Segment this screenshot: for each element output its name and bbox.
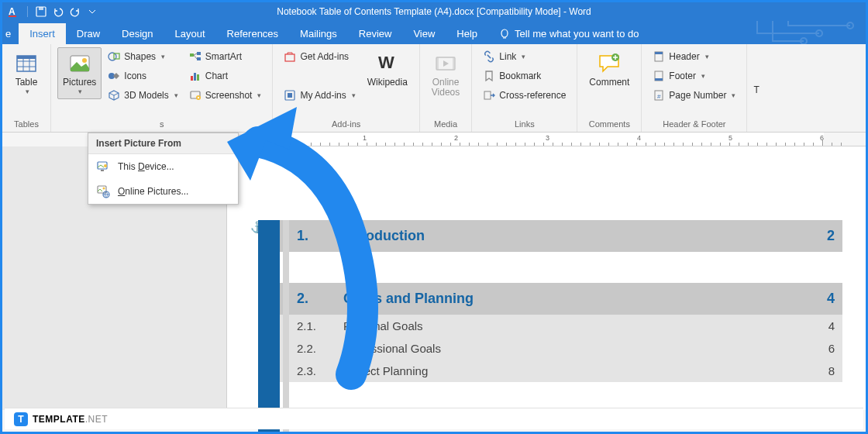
get-addins-button[interactable]: Get Add-ins (279, 47, 360, 66)
ribbon-tabs: e Insert Draw Design Layout References M… (2, 21, 866, 44)
screenshot-icon (189, 89, 202, 102)
this-device-item[interactable]: This Device... (88, 154, 238, 179)
indent-marker-icon[interactable] (269, 134, 280, 145)
horizontal-ruler[interactable]: 123456 (227, 133, 866, 146)
svg-rect-20 (190, 53, 194, 57)
tab-references[interactable]: References (216, 23, 289, 44)
tab-insert[interactable]: Insert (19, 23, 66, 44)
svg-text:#: # (657, 93, 661, 100)
qa-more-icon[interactable] (85, 5, 99, 19)
svg-point-48 (103, 188, 105, 190)
svg-rect-21 (197, 52, 201, 55)
tab-review[interactable]: Review (348, 23, 403, 44)
group-label-comments: Comments (584, 118, 635, 132)
tell-me-search[interactable]: Tell me what you want to do (488, 23, 649, 44)
lightbulb-icon (499, 29, 510, 40)
toc-entry-introduction[interactable]: 1.Introduction2 (258, 220, 842, 252)
screenshot-button[interactable]: Screenshot▾ (184, 86, 267, 105)
font-color-icon[interactable]: A (7, 5, 21, 19)
wikipedia-icon: W (375, 51, 400, 76)
watermark-footer: T TEMPLATE.NET (5, 408, 863, 429)
pictures-dropdown: Insert Picture From This Device... Onlin… (88, 133, 239, 205)
cross-reference-button[interactable]: Cross-reference (478, 86, 570, 105)
toc-entry-goals[interactable]: 2.Goals and Planning4 (258, 283, 842, 315)
document-page[interactable]: ⚓ 1.Introduction2 2.Goals and Planning4 … (227, 146, 866, 410)
toc-accent-bar (258, 220, 280, 434)
smartart-button[interactable]: SmartArt (184, 47, 267, 66)
bookmark-icon (483, 70, 495, 82)
save-icon[interactable] (34, 5, 48, 19)
online-pictures-item[interactable]: Online Pictures... (88, 179, 238, 204)
toc-entry-project-planning[interactable]: 2.3.Project Planning8 (258, 360, 842, 382)
footer-button[interactable]: Footer▾ (648, 67, 740, 85)
chevron-down-icon: ▾ (26, 88, 29, 95)
tab-design[interactable]: Design (111, 23, 164, 44)
group-label-links: Links (478, 118, 570, 132)
svg-rect-14 (17, 56, 36, 59)
quick-access-toolbar: A Notebook Table of Contents Template (A… (2, 2, 866, 21)
footer-icon (653, 70, 665, 82)
header-button[interactable]: Header▾ (648, 47, 740, 66)
shapes-button[interactable]: Shapes▾ (103, 47, 182, 66)
comment-button[interactable]: Comment (584, 47, 635, 91)
svg-rect-35 (453, 57, 455, 70)
group-tables: Table ▾ Tables (2, 44, 51, 132)
group-header-footer: Header▾ Footer▾ # Page Number▾ Header & … (642, 44, 747, 132)
video-icon (433, 51, 458, 76)
tab-layout[interactable]: Layout (164, 23, 216, 44)
3d-models-button[interactable]: 3D Models▾ (103, 86, 182, 105)
table-of-contents: 1.Introduction2 2.Goals and Planning4 2.… (258, 154, 842, 382)
online-videos-button: Online Videos (426, 47, 465, 102)
table-icon (14, 51, 39, 76)
svg-rect-36 (484, 91, 491, 99)
shapes-icon (108, 50, 120, 63)
group-label-media: Media (426, 118, 465, 132)
svg-rect-39 (655, 52, 663, 54)
svg-rect-41 (655, 78, 663, 81)
tab-home-partial[interactable]: e (2, 23, 19, 44)
tab-draw[interactable]: Draw (66, 23, 111, 44)
group-label-headerfooter: Header & Footer (648, 118, 740, 132)
tab-mailings[interactable]: Mailings (289, 23, 348, 44)
chart-button[interactable]: Chart (184, 67, 267, 85)
wikipedia-button[interactable]: W Wikipedia (362, 47, 413, 91)
svg-rect-31 (288, 93, 292, 98)
group-text-partial: T (747, 44, 760, 132)
page-number-button[interactable]: # Page Number▾ (648, 86, 740, 105)
tab-help[interactable]: Help (446, 23, 488, 44)
svg-rect-4 (9, 16, 16, 17)
group-illustrations: Pictures ▾ Shapes▾ Icons 3D Models▾ (51, 44, 273, 132)
toc-accent-bar-light (283, 220, 289, 434)
svg-rect-45 (101, 170, 104, 171)
toc-entry-personal-goals[interactable]: 2.1.Personal Goals4 (258, 315, 842, 337)
pagenumber-icon: # (653, 89, 665, 102)
tab-view[interactable]: View (402, 23, 446, 44)
device-icon (96, 160, 110, 174)
pictures-button[interactable]: Pictures ▾ (57, 47, 102, 99)
svg-rect-6 (39, 7, 43, 10)
online-pictures-icon (96, 184, 110, 198)
svg-rect-28 (198, 97, 199, 98)
group-label-tables: Tables (9, 118, 44, 132)
group-addins: Get Add-ins My Add-ins▾ W Wikipedia Add-… (273, 44, 419, 132)
undo-icon[interactable] (51, 5, 65, 19)
link-button[interactable]: Link▾ (478, 47, 570, 66)
icons-button[interactable]: Icons (103, 67, 182, 85)
group-comments: Comment Comments (577, 44, 642, 132)
store-icon (284, 50, 296, 63)
svg-point-16 (82, 58, 87, 63)
link-icon (483, 50, 495, 63)
redo-icon[interactable] (68, 5, 82, 19)
svg-text:A: A (9, 6, 16, 17)
svg-rect-25 (197, 74, 199, 81)
group-links: Link▾ Bookmark Cross-reference Links (472, 44, 577, 132)
my-addins-button[interactable]: My Add-ins▾ (279, 86, 360, 105)
group-media: Online Videos Media (420, 44, 472, 132)
bookmark-button[interactable]: Bookmark (478, 67, 570, 85)
toc-entry-professional-goals[interactable]: 2.2.Professional Goals6 (258, 337, 842, 360)
group-label-illustrations: s (57, 118, 266, 132)
group-label-addins: Add-ins (279, 118, 412, 132)
table-button[interactable]: Table ▾ (9, 47, 44, 99)
icons-icon (108, 70, 120, 82)
crossref-icon (483, 89, 495, 102)
